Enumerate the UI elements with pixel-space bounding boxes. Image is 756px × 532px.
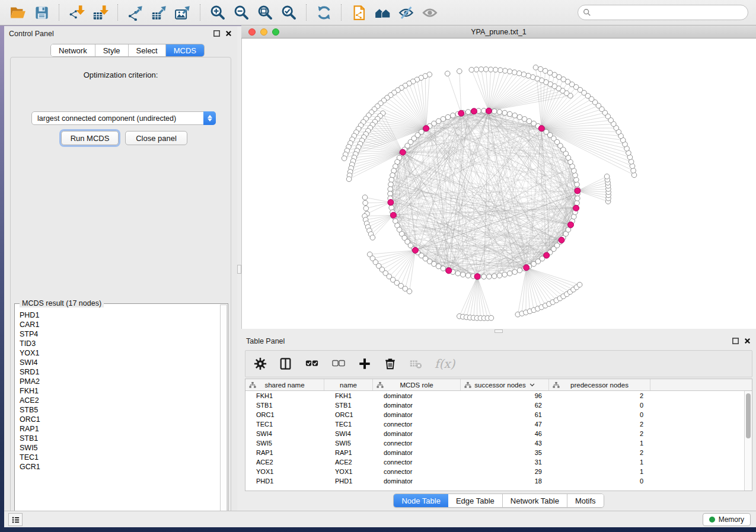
tab-motifs[interactable]: Motifs — [567, 494, 604, 507]
close-panel-button[interactable]: Close panel — [125, 131, 187, 145]
search-field[interactable] — [578, 5, 748, 20]
network-canvas[interactable] — [241, 39, 756, 329]
export-image-icon[interactable] — [173, 3, 193, 22]
cell-name: TEC1 — [324, 419, 373, 429]
close-panel-icon[interactable] — [225, 30, 232, 37]
table-row[interactable]: PHD1PHD1dominator180 — [245, 476, 744, 486]
mcds-result-item[interactable]: SWI5 — [20, 443, 219, 453]
column-header-shared-name[interactable]: shared name — [245, 379, 324, 390]
mcds-result-item[interactable]: RAP1 — [20, 424, 219, 434]
show-eye-icon[interactable] — [420, 3, 440, 22]
window-close-button[interactable] — [248, 28, 256, 36]
import-table-icon[interactable] — [90, 3, 110, 22]
gear-icon[interactable] — [254, 357, 267, 370]
tab-style[interactable]: Style — [95, 44, 129, 56]
node-table: shared namenameMCDS rolesuccessor nodesp… — [245, 379, 752, 491]
table-row[interactable]: SWI4SWI4dominator462 — [245, 429, 744, 438]
mcds-result-item[interactable]: YOX1 — [20, 348, 219, 358]
checkbox-unchecked-icon[interactable] — [331, 357, 346, 370]
tab-edge-table[interactable]: Edge Table — [448, 494, 503, 507]
export-network-icon[interactable] — [125, 3, 145, 22]
table-scrollbar-thumb[interactable] — [746, 393, 751, 438]
mcds-result-item[interactable]: FKH1 — [20, 386, 219, 396]
float-panel-icon[interactable] — [732, 337, 739, 345]
optimization-criterion-select[interactable]: largest connected component (undirected) — [31, 111, 216, 125]
houses-icon[interactable] — [372, 3, 393, 22]
refresh-view-icon[interactable] — [314, 3, 334, 22]
horizontal-splitter-grip[interactable] — [495, 329, 503, 333]
table-row[interactable]: SWI5SWI5connector431 — [245, 438, 744, 448]
vertical-splitter[interactable] — [237, 26, 241, 511]
column-header-successor-nodes[interactable]: successor nodes — [461, 379, 549, 390]
close-panel-icon[interactable] — [744, 337, 751, 345]
column-header-predecessor-nodes[interactable]: predecessor nodes — [549, 379, 650, 390]
mcds-list-scrollbar[interactable] — [220, 305, 227, 523]
table-row[interactable]: TEC1TEC1connector472 — [245, 419, 744, 429]
column-header-mcds-role[interactable]: MCDS role — [373, 379, 461, 390]
mcds-result-item[interactable]: STB1 — [20, 434, 219, 443]
table-row[interactable]: RAP1RAP1dominator352 — [245, 448, 744, 457]
table-row[interactable]: FKH1FKH1dominator962 — [245, 391, 744, 400]
mcds-result-item[interactable]: ORC1 — [20, 415, 219, 424]
column-header-filler — [650, 379, 752, 390]
float-panel-icon[interactable] — [213, 30, 221, 37]
export-table-icon[interactable] — [149, 3, 169, 22]
zoom-in-icon[interactable] — [208, 3, 228, 22]
zoom-selected-icon[interactable] — [279, 3, 299, 22]
hide-eye-icon[interactable] — [396, 3, 416, 22]
run-mcds-button[interactable]: Run MCDS — [61, 131, 119, 145]
mcds-result-item[interactable]: TEC1 — [20, 453, 219, 462]
toolbar-separator — [200, 4, 200, 21]
mcds-result-item[interactable]: SWI4 — [20, 358, 219, 367]
mcds-result-item[interactable]: CAR1 — [20, 320, 219, 329]
cell-mcds-role: dominator — [373, 400, 461, 410]
import-network-icon[interactable] — [66, 3, 87, 22]
mcds-result-item[interactable]: STP4 — [20, 329, 219, 339]
trash-icon[interactable] — [384, 357, 397, 370]
table-row[interactable]: YOX1YOX1connector291 — [245, 467, 744, 476]
table-row[interactable]: ACE2ACE2connector311 — [245, 457, 744, 467]
mcds-result-box: MCDS result (17 nodes) PHD1CAR1STP4TID3Y… — [14, 303, 228, 524]
search-input[interactable] — [594, 7, 748, 18]
memory-button[interactable]: Memory — [703, 513, 751, 526]
window-zoom-button[interactable] — [272, 28, 279, 36]
mcds-result-item[interactable]: TID3 — [20, 339, 219, 348]
mcds-result-item[interactable]: SRD1 — [20, 367, 219, 377]
table-row[interactable]: ORC1ORC1dominator610 — [245, 410, 744, 419]
zoom-out-icon[interactable] — [231, 3, 251, 22]
open-file-icon[interactable] — [8, 3, 28, 22]
network-window-titlebar: YPA_prune.txt_1 — [241, 25, 756, 39]
tab-network-table[interactable]: Network Table — [503, 494, 567, 507]
window-minimize-button[interactable] — [260, 28, 267, 36]
tab-node-table[interactable]: Node Table — [394, 494, 448, 507]
plus-icon[interactable] — [358, 357, 371, 370]
tab-network[interactable]: Network — [51, 44, 95, 56]
optimization-criterion-label: Optimization criterion: — [11, 70, 231, 79]
checkbox-checked-icon[interactable] — [305, 357, 319, 370]
share-document-icon[interactable] — [349, 3, 369, 22]
columns-icon[interactable] — [279, 357, 292, 370]
save-session-icon[interactable] — [31, 3, 52, 22]
column-header-name[interactable]: name — [324, 379, 373, 390]
memory-status-dot — [709, 517, 715, 523]
table-scrollbar[interactable] — [744, 391, 752, 491]
mcds-result-item[interactable]: GCR1 — [20, 462, 219, 472]
mcds-result-item[interactable]: PHD1 — [20, 310, 219, 320]
network-graph — [242, 39, 756, 329]
mcds-result-item[interactable]: ACE2 — [20, 396, 219, 405]
table-row[interactable]: STB1STB1dominator620 — [245, 400, 744, 410]
cell-predecessor-nodes: 1 — [549, 457, 650, 467]
horizontal-splitter[interactable] — [241, 329, 756, 334]
vertical-splitter-grip[interactable] — [237, 265, 241, 274]
cell-mcds-role: connector — [373, 419, 461, 429]
zoom-fit-icon[interactable] — [255, 3, 275, 22]
tab-select[interactable]: Select — [129, 44, 166, 56]
cell-successor-nodes: 96 — [461, 391, 549, 400]
cell-predecessor-nodes: 0 — [549, 476, 650, 486]
mcds-result-item[interactable]: PMA2 — [20, 377, 219, 386]
task-history-button[interactable] — [8, 513, 23, 526]
cell-successor-nodes: 46 — [461, 429, 549, 438]
table-tabs: Node TableEdge TableNetwork TableMotifs — [241, 493, 756, 508]
tab-mcds[interactable]: MCDS — [166, 44, 204, 56]
mcds-result-item[interactable]: STB5 — [20, 405, 219, 415]
